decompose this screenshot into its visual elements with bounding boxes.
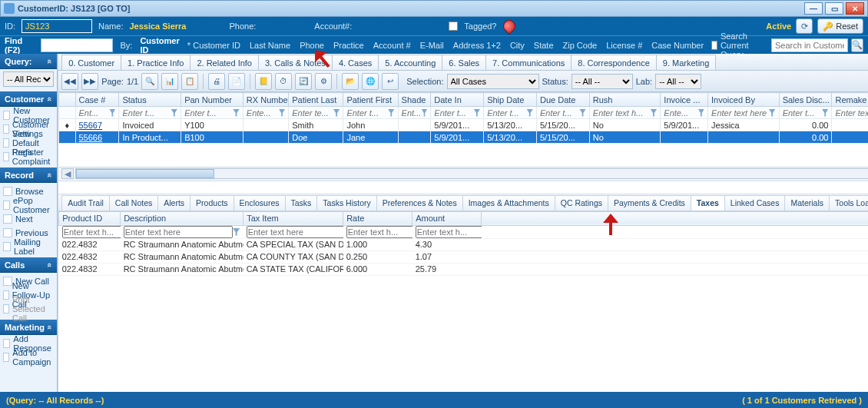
- tool-a[interactable]: 📒: [255, 73, 272, 90]
- tab-7-communications[interactable]: 7. Communications: [485, 55, 571, 70]
- funnel-icon[interactable]: [171, 109, 177, 117]
- subtab-preferences-notes[interactable]: Preferences & Notes: [376, 195, 462, 211]
- filter-15[interactable]: [835, 108, 868, 118]
- hscroll-left[interactable]: ◀: [61, 168, 74, 179]
- tool-3[interactable]: 📋: [181, 73, 198, 90]
- taxfilter-1[interactable]: [124, 226, 233, 238]
- close-button[interactable]: ✕: [846, 2, 864, 15]
- filter-2[interactable]: [122, 108, 171, 118]
- funnel-icon[interactable]: [769, 109, 776, 117]
- col-1[interactable]: Case #: [75, 93, 119, 107]
- tab-1-practice-info[interactable]: 1. Practice Info: [121, 55, 190, 70]
- subtab-qc-ratings[interactable]: QC Ratings: [555, 195, 608, 211]
- filter-4[interactable]: [247, 108, 279, 118]
- col-7[interactable]: Shade: [398, 93, 431, 107]
- filter-license-[interactable]: License #: [606, 41, 642, 50]
- filter-e-mail[interactable]: E-Mail: [420, 41, 444, 50]
- collapse-icon[interactable]: [48, 323, 52, 332]
- col-10[interactable]: Due Date: [536, 93, 589, 107]
- funnel-icon[interactable]: [109, 109, 115, 117]
- tool-c[interactable]: 🔄: [295, 73, 312, 90]
- filter-14[interactable]: [783, 108, 822, 118]
- subtab-alerts[interactable]: Alerts: [157, 195, 190, 211]
- tax-row[interactable]: 022.4832RC Straumann Anatomic AbutmentCA…: [59, 263, 868, 275]
- subtab-materials[interactable]: Materials: [784, 195, 829, 211]
- filter-12[interactable]: [664, 108, 697, 118]
- funnel-icon[interactable]: [422, 109, 428, 117]
- filter-practice[interactable]: Practice: [333, 41, 364, 50]
- subtab-enclosures[interactable]: Enclosures: [234, 195, 285, 211]
- col-15[interactable]: Remake Discount: [832, 93, 868, 107]
- menu-print-selected-call[interactable]: Print Selected Call: [3, 303, 54, 315]
- tool-f[interactable]: 🌐: [362, 73, 379, 90]
- subtab-tasks-history[interactable]: Tasks History: [316, 195, 376, 211]
- menu-register-complaint[interactable]: Register Complaint: [3, 151, 54, 163]
- tool-1[interactable]: 🔍: [141, 73, 158, 90]
- taxfilter-4[interactable]: [416, 226, 482, 238]
- funnel-icon[interactable]: [822, 109, 829, 117]
- col-13[interactable]: Invoiced By: [708, 93, 780, 107]
- subtab-taxes[interactable]: Taxes: [691, 195, 724, 211]
- tab-9-marketing[interactable]: 9. Marketing: [656, 55, 717, 70]
- funnel-icon[interactable]: [526, 109, 533, 117]
- col-8[interactable]: Date In: [431, 93, 484, 107]
- nav-next-button[interactable]: ▶▶: [81, 73, 98, 90]
- search-current-checkbox[interactable]: [711, 41, 717, 50]
- col-5[interactable]: Patient Last: [289, 93, 343, 107]
- subtab-call-notes[interactable]: Call Notes: [109, 195, 157, 211]
- filter-last-name[interactable]: Last Name: [250, 41, 290, 50]
- col-11[interactable]: Rush: [589, 93, 661, 107]
- tool-e[interactable]: 📂: [342, 73, 359, 90]
- subtab-audit-trail[interactable]: Audit Trail: [61, 195, 109, 211]
- tax-row[interactable]: 022.4832RC Straumann Anatomic AbutmentCA…: [59, 238, 868, 250]
- tax-row[interactable]: 022.4832RC Straumann Anatomic AbutmentCA…: [59, 250, 868, 263]
- filter-phone[interactable]: Phone: [300, 41, 324, 50]
- query-select[interactable]: -- All Records --: [3, 71, 54, 87]
- col-14[interactable]: Sales Disc...: [779, 93, 832, 107]
- find-input[interactable]: [41, 38, 113, 52]
- filter-address-1-2[interactable]: Address 1+2: [453, 41, 501, 50]
- tool-b[interactable]: ⏱: [275, 73, 292, 90]
- taxcol-0[interactable]: Product ID: [59, 211, 121, 225]
- menu-next[interactable]: Next: [3, 213, 54, 225]
- menu-mailing-label[interactable]: Mailing Label: [3, 240, 54, 253]
- collapse-icon[interactable]: [48, 171, 52, 180]
- collapse-icon[interactable]: [48, 95, 52, 104]
- tab-2-related-info[interactable]: 2. Related Info: [190, 55, 258, 70]
- funnel-icon[interactable]: [233, 109, 240, 117]
- taxfilter-0[interactable]: [62, 226, 121, 238]
- selection-select[interactable]: All Cases: [447, 74, 539, 89]
- filter-8[interactable]: [434, 108, 473, 118]
- filter-7[interactable]: [402, 108, 422, 118]
- status-select[interactable]: -- All --: [571, 74, 633, 89]
- funnel-icon[interactable]: [698, 109, 704, 117]
- hscroll-track[interactable]: [75, 168, 868, 179]
- funnel-icon[interactable]: [388, 109, 395, 117]
- table-row[interactable]: 55666In Product...B100DoeJane5/9/201...5…: [59, 131, 868, 144]
- tool-d[interactable]: ⚙: [315, 73, 332, 90]
- filter-1[interactable]: [79, 108, 110, 118]
- col-0[interactable]: [59, 93, 75, 107]
- funnel-icon[interactable]: [333, 109, 340, 117]
- taxfilter-2[interactable]: [247, 226, 343, 238]
- col-9[interactable]: Ship Date: [484, 93, 537, 107]
- filter-case-number[interactable]: Case Number: [651, 41, 704, 50]
- tool-print[interactable]: 🖨: [208, 73, 225, 90]
- minimize-button[interactable]: —: [804, 2, 823, 15]
- filter--customer-id[interactable]: * Customer ID: [187, 41, 240, 50]
- col-4[interactable]: RX Number: [243, 93, 288, 107]
- funnel-icon[interactable]: [279, 109, 285, 117]
- col-6[interactable]: Patient First: [343, 93, 398, 107]
- nav-first-button[interactable]: ◀◀: [61, 73, 78, 90]
- menu-epop-customer[interactable]: ePop Customer: [3, 199, 54, 211]
- maximize-button[interactable]: ▭: [825, 2, 843, 15]
- collapse-icon[interactable]: [48, 260, 52, 270]
- lab-select[interactable]: -- All --: [655, 74, 701, 89]
- filter-10[interactable]: [540, 108, 579, 118]
- tab-3-calls-notes[interactable]: 3. Calls & Notes: [258, 55, 332, 70]
- search-button[interactable]: 🔍: [851, 38, 863, 52]
- tab-0-customer[interactable]: 0. Customer: [61, 55, 121, 70]
- subtab-linked-cases[interactable]: Linked Cases: [724, 195, 785, 211]
- col-3[interactable]: Pan Number: [181, 93, 244, 107]
- filter-zip-code[interactable]: Zip Code: [563, 41, 598, 50]
